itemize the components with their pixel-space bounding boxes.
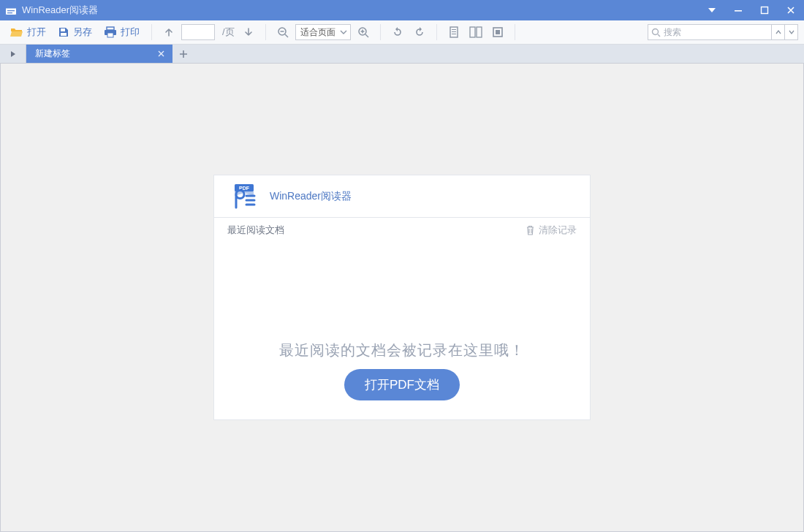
app-icon	[4, 4, 18, 17]
minimize-button[interactable]	[725, 0, 751, 20]
rotate-left-button[interactable]	[388, 23, 407, 42]
new-tab-button[interactable]	[172, 45, 194, 63]
svg-rect-1	[6, 6, 17, 9]
recent-body: 最近阅读的文档会被记录在这里哦！ 打开PDF文档	[214, 243, 590, 419]
separator	[436, 24, 437, 40]
open-pdf-button[interactable]: 打开PDF文档	[344, 369, 460, 400]
separator	[151, 24, 152, 40]
svg-rect-18	[477, 27, 482, 37]
search-next-button[interactable]	[785, 24, 798, 40]
svg-rect-15	[452, 31, 456, 32]
tab-new[interactable]: 新建标签	[26, 45, 172, 63]
svg-rect-4	[735, 10, 742, 12]
tab-label: 新建标签	[35, 48, 70, 60]
save-as-button[interactable]: 另存	[53, 23, 96, 42]
content-area: PDF WinReader阅读器 最近阅读文档 清除记录 最近阅读的文档会被记录…	[0, 64, 804, 532]
app-title: WinReader阅读器	[22, 4, 98, 17]
print-button[interactable]: 打印	[99, 23, 144, 42]
search-input[interactable]	[664, 27, 768, 37]
close-button[interactable]	[778, 0, 804, 20]
svg-rect-2	[7, 10, 15, 11]
clear-history-button[interactable]: 清除记录	[526, 224, 577, 237]
svg-rect-20	[496, 30, 500, 34]
clear-history-label: 清除记录	[539, 224, 577, 237]
welcome-card: PDF WinReader阅读器 最近阅读文档 清除记录 最近阅读的文档会被记录…	[213, 175, 591, 420]
dropdown-icon[interactable]	[699, 0, 725, 20]
svg-rect-17	[470, 27, 475, 37]
sidebar-toggle-button[interactable]	[0, 45, 26, 63]
tab-strip: 新建标签	[0, 45, 804, 64]
open-label: 打开	[27, 26, 46, 39]
separator	[380, 24, 381, 40]
zoom-in-button[interactable]	[354, 23, 373, 42]
svg-rect-16	[452, 34, 456, 34]
svg-rect-10	[107, 33, 113, 37]
next-page-button[interactable]	[239, 23, 258, 42]
svg-rect-7	[61, 33, 67, 36]
zoom-select[interactable]: 适合页面	[295, 24, 351, 40]
recent-label: 最近阅读文档	[227, 224, 284, 237]
single-page-view-button[interactable]	[444, 23, 463, 42]
folder-open-icon	[10, 26, 23, 38]
two-page-view-button[interactable]	[466, 23, 485, 42]
product-name: WinReader阅读器	[270, 190, 352, 203]
zoom-out-button[interactable]	[273, 23, 292, 42]
svg-rect-14	[452, 29, 456, 30]
toolbar: 打开 另存 打印 /页 适合页面	[0, 20, 804, 45]
welcome-header: PDF WinReader阅读器	[214, 175, 590, 218]
print-icon	[104, 26, 117, 38]
rotate-right-button[interactable]	[410, 23, 429, 42]
tab-close-button[interactable]	[155, 48, 167, 60]
page-total-label: /页	[218, 26, 236, 39]
separator	[265, 24, 266, 40]
save-as-label: 另存	[73, 26, 92, 39]
svg-rect-8	[107, 27, 114, 30]
open-button[interactable]: 打开	[6, 23, 50, 42]
fullscreen-button[interactable]	[488, 23, 507, 42]
search-prev-button[interactable]	[772, 24, 785, 40]
svg-rect-5	[762, 7, 768, 14]
zoom-select-label: 适合页面	[300, 26, 335, 39]
maximize-button[interactable]	[751, 0, 778, 20]
pdf-icon: PDF	[230, 184, 259, 209]
save-icon	[58, 26, 69, 38]
print-label: 打印	[121, 26, 140, 39]
recent-header: 最近阅读文档 清除记录	[214, 218, 590, 243]
chevron-down-icon	[340, 28, 347, 36]
trash-icon	[526, 225, 535, 235]
empty-recent-hint: 最近阅读的文档会被记录在这里哦！	[214, 341, 590, 360]
search-box[interactable]	[648, 24, 772, 40]
svg-rect-6	[61, 28, 65, 31]
prev-page-button[interactable]	[159, 23, 178, 42]
titlebar: WinReader阅读器	[0, 0, 804, 20]
page-number-input[interactable]	[181, 24, 215, 40]
separator	[515, 24, 515, 40]
search-icon	[651, 28, 661, 37]
svg-rect-3	[7, 12, 12, 13]
svg-point-21	[653, 28, 659, 34]
